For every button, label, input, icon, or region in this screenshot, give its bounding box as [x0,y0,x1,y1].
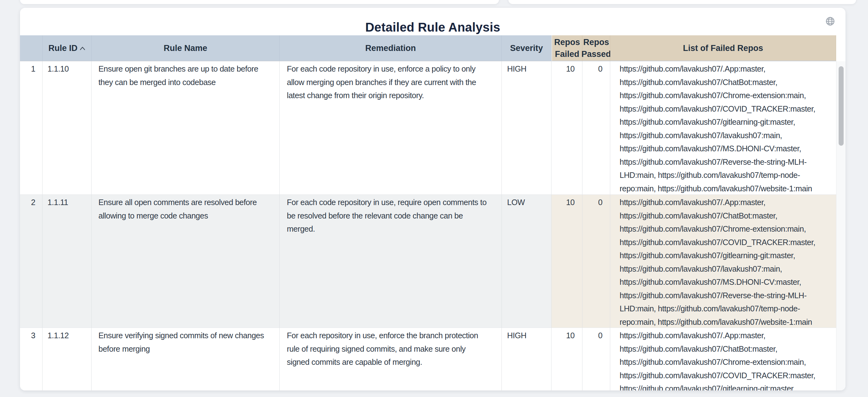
cell-severity: LOW [502,194,552,328]
globe-button[interactable] [824,15,837,28]
cell-failed-repos: https://github.com/lavakush07/.App:maste… [610,328,836,391]
cell-repos-passed: 0 [582,194,610,328]
cell-rule-name: Ensure all open comments are resolved be… [92,194,280,328]
header-remediation[interactable]: Remediation [280,35,502,61]
detailed-rule-table: Rule ID Rule Name Remediation Severity R… [20,35,836,391]
cell-rule-id: 1.1.10 [42,61,92,194]
cell-rule-name: Ensure verifying signed commits of new c… [92,328,280,391]
cell-severity: HIGH [502,61,552,194]
cell-repos-failed: 10 [552,328,582,391]
cell-rule-id: 1.1.11 [42,194,92,328]
cell-row-index: 2 [20,194,42,328]
header-rule-id-label: Rule ID [49,42,78,54]
header-severity[interactable]: Severity [502,35,552,61]
previous-card-a [20,0,499,4]
cell-severity: HIGH [502,328,552,391]
cell-remediation: For each code repository in use, enforce… [280,61,502,194]
cell-failed-repos: https://github.com/lavakush07/.App:maste… [610,61,836,194]
cell-repos-passed: 0 [582,328,610,391]
globe-icon [825,16,836,27]
header-rule-id[interactable]: Rule ID [42,35,92,61]
previous-card-b [508,0,856,4]
header-repos-failed[interactable]: Repos Failed [552,35,582,61]
cell-row-index: 3 [20,328,42,391]
header-repos-passed[interactable]: Repos Passed [582,35,610,61]
vertical-scrollbar-track[interactable] [836,61,845,391]
cell-failed-repos: https://github.com/lavakush07/.App:maste… [610,194,836,328]
cell-repos-failed: 10 [552,61,582,194]
detailed-rule-analysis-card: Detailed Rule Analysis Rule ID [20,8,845,391]
cell-rule-name: Ensure open git branches are up to date … [92,61,280,194]
cell-remediation: For each repository in use, enforce the … [280,328,502,391]
vertical-scrollbar-thumb[interactable] [839,66,844,146]
header-rule-name[interactable]: Rule Name [92,35,280,61]
cell-remediation: For each code repository in use, require… [280,194,502,328]
cell-row-index: 1 [20,61,42,194]
cell-repos-passed: 0 [582,61,610,194]
header-index [20,35,42,61]
sort-ascending-icon [80,47,85,50]
page-title: Detailed Rule Analysis [20,20,845,35]
header-failed-repos-list[interactable]: List of Failed Repos [610,35,836,61]
cell-repos-failed: 10 [552,194,582,328]
cell-rule-id: 1.1.12 [42,328,92,391]
